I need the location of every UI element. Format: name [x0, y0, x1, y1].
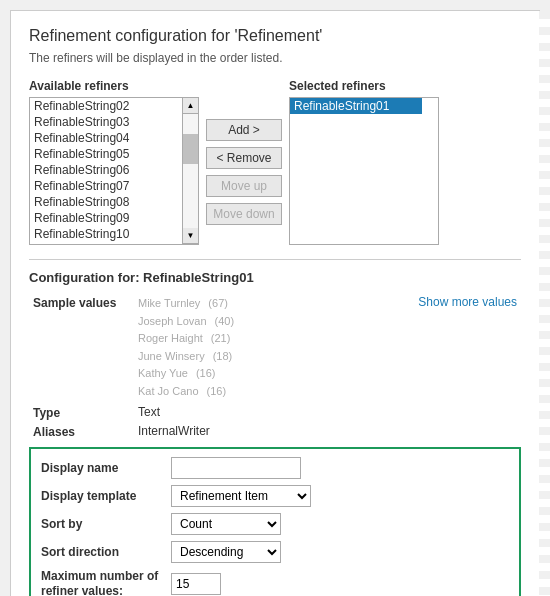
- panel-title: Refinement configuration for 'Refinement…: [29, 27, 521, 45]
- scroll-up-arrow[interactable]: ▲: [183, 98, 198, 114]
- display-template-select[interactable]: Refinement Item Multi-value Refinement I…: [171, 485, 311, 507]
- sample-count: (16): [207, 383, 227, 401]
- sample-values-container: Mike Turnley (67) Joseph Lovan (40) Roge…: [138, 295, 517, 401]
- display-name-input[interactable]: [171, 457, 301, 479]
- sample-row: Kat Jo Cano (16): [138, 383, 408, 401]
- display-name-row: Display name: [41, 457, 509, 479]
- sort-direction-row: Sort direction Ascending Descending: [41, 541, 509, 563]
- max-refiner-label: Maximum number of refiner values:: [41, 569, 171, 596]
- sample-values-label: Sample values: [29, 293, 134, 403]
- move-up-button[interactable]: Move up: [206, 175, 282, 197]
- available-scroll: ▲ ▼: [182, 98, 198, 244]
- config-table: Sample values Mike Turnley (67) Joseph L…: [29, 293, 521, 441]
- main-panel: Refinement configuration for 'Refinement…: [10, 10, 540, 596]
- show-more-link[interactable]: Show more values: [408, 295, 517, 309]
- sample-values-row: Sample values Mike Turnley (67) Joseph L…: [29, 293, 521, 403]
- available-refiners-listbox[interactable]: RefinableString02 RefinableString03 Refi…: [29, 97, 199, 245]
- list-item[interactable]: RefinableString03: [30, 114, 182, 130]
- sample-values-list: Mike Turnley (67) Joseph Lovan (40) Roge…: [138, 295, 408, 401]
- sample-count: (18): [213, 348, 233, 366]
- sample-name: Joseph Lovan: [138, 313, 207, 331]
- display-template-label: Display template: [41, 489, 171, 503]
- sample-name: Roger Haight: [138, 330, 203, 348]
- sample-name: June Winsery: [138, 348, 205, 366]
- sample-count: (67): [208, 295, 228, 313]
- selected-refiners-listbox[interactable]: RefinableString01: [289, 97, 439, 245]
- max-refiner-row: Maximum number of refiner values:: [41, 569, 509, 596]
- display-template-row: Display template Refinement Item Multi-v…: [41, 485, 509, 507]
- type-label: Type: [29, 403, 134, 422]
- sample-row: Joseph Lovan (40): [138, 313, 408, 331]
- scroll-down-arrow[interactable]: ▼: [183, 228, 198, 244]
- list-item[interactable]: RefinableString10: [30, 226, 182, 242]
- sample-row: June Winsery (18): [138, 348, 408, 366]
- sample-name: Mike Turnley: [138, 295, 200, 313]
- max-refiner-input[interactable]: [171, 573, 221, 595]
- config-title: Configuration for: RefinableString01: [29, 270, 521, 285]
- aliases-value: InternalWriter: [134, 422, 521, 441]
- refiners-section: Available refiners RefinableString02 Ref…: [29, 79, 521, 245]
- available-refiners-label: Available refiners: [29, 79, 199, 93]
- scroll-track[interactable]: [183, 114, 198, 228]
- selected-refiners-col: Selected refiners RefinableString01: [289, 79, 439, 245]
- list-item[interactable]: RefinableString05: [30, 146, 182, 162]
- type-value: Text: [134, 403, 521, 422]
- sample-count: (16): [196, 365, 216, 383]
- list-item[interactable]: RefinableString07: [30, 178, 182, 194]
- list-item[interactable]: RefinableString08: [30, 194, 182, 210]
- type-row: Type Text: [29, 403, 521, 422]
- available-refiners-list[interactable]: RefinableString02 RefinableString03 Refi…: [30, 98, 182, 244]
- config-section: Configuration for: RefinableString01 Sam…: [29, 259, 521, 596]
- action-buttons-col: Add > < Remove Move up Move down: [199, 79, 289, 245]
- list-item[interactable]: RefinableString09: [30, 210, 182, 226]
- scroll-thumb: [183, 134, 198, 164]
- sample-count: (21): [211, 330, 231, 348]
- list-item[interactable]: RefinableString04: [30, 130, 182, 146]
- list-item[interactable]: RefinableString06: [30, 162, 182, 178]
- selected-refiners-label: Selected refiners: [289, 79, 439, 93]
- config-highlight-box: Display name Display template Refinement…: [29, 447, 521, 596]
- sort-direction-select[interactable]: Ascending Descending: [171, 541, 281, 563]
- sort-by-label: Sort by: [41, 517, 171, 531]
- sample-name: Kat Jo Cano: [138, 383, 199, 401]
- list-item[interactable]: RefinableString11: [30, 242, 182, 244]
- sample-count: (40): [215, 313, 235, 331]
- panel-subtitle: The refiners will be displayed in the or…: [29, 51, 521, 65]
- sort-by-select[interactable]: Count Name Number: [171, 513, 281, 535]
- available-refiners-col: Available refiners RefinableString02 Ref…: [29, 79, 199, 245]
- add-button[interactable]: Add >: [206, 119, 282, 141]
- sort-by-row: Sort by Count Name Number: [41, 513, 509, 535]
- sample-row: Roger Haight (21): [138, 330, 408, 348]
- selected-refiners-list[interactable]: RefinableString01: [290, 98, 422, 244]
- aliases-row: Aliases InternalWriter: [29, 422, 521, 441]
- sample-name: Kathy Yue: [138, 365, 188, 383]
- sample-row: Kathy Yue (16): [138, 365, 408, 383]
- remove-button[interactable]: < Remove: [206, 147, 282, 169]
- sort-direction-label: Sort direction: [41, 545, 171, 559]
- list-item[interactable]: RefinableString01: [290, 98, 422, 114]
- move-down-button[interactable]: Move down: [206, 203, 282, 225]
- aliases-label: Aliases: [29, 422, 134, 441]
- sample-row: Mike Turnley (67): [138, 295, 408, 313]
- sample-values-cell: Mike Turnley (67) Joseph Lovan (40) Roge…: [134, 293, 521, 403]
- list-item[interactable]: RefinableString02: [30, 98, 182, 114]
- display-name-label: Display name: [41, 461, 171, 475]
